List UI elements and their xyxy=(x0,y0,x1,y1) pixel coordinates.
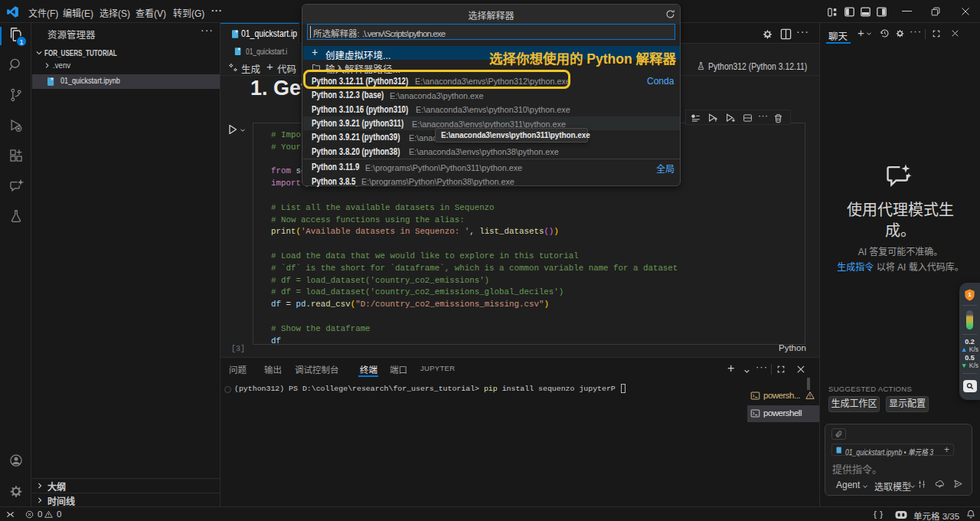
svg-text:1: 1 xyxy=(968,291,972,298)
